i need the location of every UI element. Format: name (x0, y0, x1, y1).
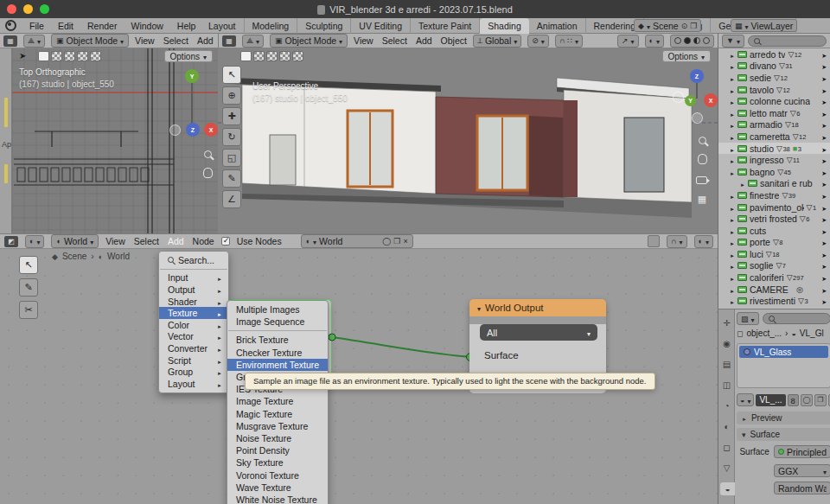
editor-type-icon[interactable]: ▦ (222, 35, 236, 47)
select-arrow-icon[interactable] (821, 49, 827, 60)
select-arrow-icon[interactable] (821, 260, 827, 271)
expand-arrow-icon[interactable] (730, 214, 735, 224)
expand-arrow-icon[interactable] (730, 155, 735, 165)
expand-arrow-icon[interactable] (730, 49, 735, 60)
select-arrow-icon[interactable] (821, 61, 827, 71)
preview-panel-header[interactable]: Preview (737, 411, 830, 424)
shader-menu-item[interactable]: View (105, 236, 125, 246)
shader-menu-item[interactable]: Select (134, 236, 159, 246)
outliner-row[interactable]: bagno 45 ◎ (718, 166, 830, 178)
select-arrow-icon[interactable] (821, 73, 827, 83)
tab-object[interactable]: ◻ (720, 441, 733, 454)
outliner-item-label[interactable]: colonne cucina (750, 96, 810, 106)
viewport-menu-item[interactable]: Add (197, 35, 214, 46)
outliner-row[interactable]: letto matr 6 ◎ (718, 107, 830, 119)
annotate-tool[interactable]: ✎ (222, 169, 241, 188)
collection-toggle[interactable] (77, 51, 88, 61)
outliner-item-label[interactable]: letto matr (750, 108, 788, 118)
add-menu-item[interactable]: Group (159, 366, 228, 378)
expand-arrow-icon[interactable] (730, 61, 735, 71)
shader-menu-item[interactable]: Add (168, 236, 184, 246)
viewport-menu-item[interactable]: Select (382, 35, 407, 46)
add-menu-item[interactable]: Vector (159, 331, 228, 343)
outliner-item-label[interactable]: sedie (750, 73, 771, 83)
select-box-tool[interactable]: ↖ (222, 66, 241, 84)
texture-submenu-item[interactable]: Image Texture (227, 395, 328, 407)
outliner-item-label[interactable]: armadio (750, 119, 782, 130)
pin-icon[interactable]: ⊙ (681, 22, 688, 30)
expand-arrow-icon[interactable] (730, 131, 735, 142)
outliner-row[interactable]: sanitari e rub ◎ (718, 178, 830, 190)
material-browse-dropdown[interactable]: ◒ (737, 393, 754, 406)
select-arrow-icon[interactable] (821, 96, 827, 106)
tab-material[interactable]: ◒ (720, 482, 735, 495)
view-layer-selector[interactable]: ▦ ViewLayer (731, 19, 797, 32)
editor-type-icon[interactable]: ◩ (4, 236, 18, 247)
select-arrow-icon[interactable] (821, 284, 827, 295)
breadcrumb-material[interactable]: VL_Gl (800, 329, 824, 338)
topbar-menu-item[interactable]: Edit (51, 18, 80, 34)
copy-datablock-icon[interactable]: ❐ (393, 237, 400, 246)
outliner-item-label[interactable]: cameretta (750, 131, 790, 142)
outliner-filter-dropdown[interactable]: ▼ (722, 35, 744, 48)
texture-submenu-item[interactable]: Image Sequence (227, 316, 328, 328)
axis-z-gizmo[interactable]: Z (690, 69, 704, 83)
collection-toggle[interactable] (240, 51, 252, 61)
outliner-row[interactable]: armadio 18 ◎ (718, 119, 830, 131)
expand-arrow-icon[interactable] (730, 226, 735, 236)
expand-arrow-icon[interactable] (730, 202, 735, 213)
node-header[interactable]: World Output (469, 299, 606, 316)
axis-x-gizmo[interactable]: X (704, 93, 718, 107)
expand-arrow-icon[interactable] (740, 178, 745, 188)
mode-dropdown[interactable]: ▣Object Mode (270, 34, 348, 48)
add-menu-item[interactable]: Layout (159, 378, 228, 390)
outliner-item-label[interactable]: porte (750, 237, 770, 247)
pin-toggle-button[interactable] (648, 235, 660, 247)
options-dropdown[interactable]: Options (662, 50, 711, 62)
workspace-tab[interactable]: Sculpting (297, 18, 351, 34)
editor-type-dropdown[interactable]: ◐ (25, 235, 44, 248)
outliner-row[interactable]: finestre 39 ◎ (718, 189, 830, 201)
transform-orientation-dropdown[interactable]: ⟂Global (473, 35, 521, 48)
tab-scene[interactable]: ◔ (720, 399, 733, 412)
outliner-row[interactable]: luci 18 ◎ (718, 248, 830, 260)
links-cut-tool[interactable]: ✂ (19, 301, 38, 319)
add-menu-item[interactable]: Converter (159, 342, 228, 354)
viewport-menu-item[interactable]: Object (441, 35, 467, 46)
axis-y-gizmo[interactable]: Y (185, 69, 199, 83)
select-arrow-icon[interactable] (821, 131, 827, 142)
select-arrow-icon[interactable] (821, 178, 827, 188)
expand-arrow-icon[interactable] (730, 296, 735, 306)
snapping-dropdown[interactable]: ∩ (667, 235, 686, 248)
collection-toggle[interactable] (279, 51, 290, 61)
menu-search-item[interactable]: Search... (159, 254, 228, 266)
select-arrow-icon[interactable] (821, 119, 827, 130)
solid-shading-button[interactable] (684, 37, 691, 44)
rotate-tool[interactable]: ↻ (222, 128, 241, 146)
collection-toggle[interactable] (292, 51, 303, 61)
material-slot-row[interactable]: VL_Glass (739, 346, 828, 358)
outliner-item-label[interactable]: vetri frosted (750, 214, 797, 224)
copy-material-button[interactable]: ❐ (814, 394, 827, 406)
select-arrow-icon[interactable] (821, 237, 827, 247)
rendered-shading-button[interactable] (703, 37, 710, 44)
expand-arrow-icon[interactable] (730, 85, 735, 95)
outliner-row[interactable]: pavimento_ok 1 ◎ (718, 201, 830, 214)
texture-submenu-item[interactable]: Wave Texture (227, 482, 328, 494)
topbar-menu-item[interactable]: File (22, 18, 51, 34)
select-arrow-icon[interactable] (821, 296, 827, 306)
outliner-row[interactable]: arredo tv 12 ◎ (718, 48, 830, 61)
outliner-item-label[interactable]: soglie (750, 260, 773, 271)
add-menu-item[interactable]: Texture (159, 307, 228, 319)
texture-submenu-item[interactable]: Magic Texture (227, 408, 328, 420)
collapse-node-icon[interactable] (477, 303, 481, 313)
gizmos-dropdown[interactable]: ↗ (617, 35, 639, 48)
tab-output[interactable]: ▤ (720, 358, 733, 371)
overlays-dropdown[interactable]: ◐ (694, 235, 713, 248)
outliner-item-label[interactable]: divano (750, 61, 776, 71)
workspace-tab[interactable]: Modeling (245, 18, 298, 34)
texture-submenu-item[interactable]: Multiple Images (227, 303, 328, 316)
viewport-user-perspective[interactable]: ↖ ⊕ ✚ ↻ ◱ ✎ ∠ Options User Perspective (… (218, 48, 718, 233)
expand-arrow-icon[interactable] (730, 237, 735, 247)
select-arrow-icon[interactable] (821, 190, 827, 201)
